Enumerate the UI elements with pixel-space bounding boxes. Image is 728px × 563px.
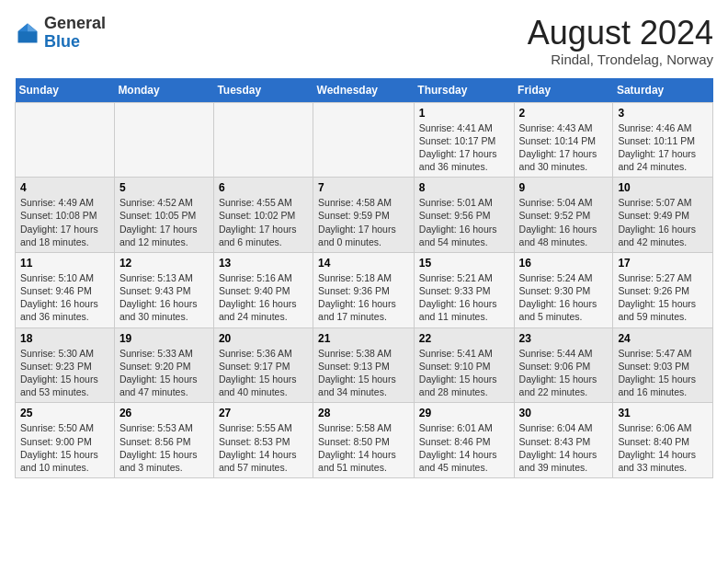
calendar-cell: 23Sunrise: 5:44 AMSunset: 9:06 PMDayligh… bbox=[514, 327, 613, 403]
day-info: Sunrise: 5:18 AMSunset: 9:36 PMDaylight:… bbox=[318, 271, 409, 324]
logo-blue-text: Blue bbox=[44, 33, 106, 52]
day-number: 7 bbox=[318, 181, 409, 194]
col-header-friday: Friday bbox=[514, 78, 613, 103]
day-info: Sunrise: 5:41 AMSunset: 9:10 PMDaylight:… bbox=[419, 347, 509, 399]
calendar-cell: 11Sunrise: 5:10 AMSunset: 9:46 PMDayligh… bbox=[16, 252, 115, 327]
logo-general-text: General bbox=[44, 15, 106, 33]
calendar-cell: 27Sunrise: 5:55 AMSunset: 8:53 PMDayligh… bbox=[213, 403, 313, 478]
day-number: 30 bbox=[519, 407, 609, 419]
day-info: Sunrise: 4:41 AMSunset: 10:17 PMDaylight… bbox=[419, 121, 509, 174]
day-info: Sunrise: 4:49 AMSunset: 10:08 PMDaylight… bbox=[20, 196, 109, 248]
day-info: Sunrise: 4:43 AMSunset: 10:14 PMDaylight… bbox=[519, 121, 609, 174]
day-number: 2 bbox=[519, 107, 609, 120]
calendar-cell: 6Sunrise: 4:55 AMSunset: 10:02 PMDayligh… bbox=[213, 178, 313, 253]
calendar-cell: 28Sunrise: 5:58 AMSunset: 8:50 PMDayligh… bbox=[313, 403, 415, 478]
logo-icon bbox=[15, 20, 40, 46]
day-number: 19 bbox=[119, 332, 209, 345]
day-number: 6 bbox=[219, 181, 308, 194]
col-header-wednesday: Wednesday bbox=[313, 78, 415, 103]
calendar-cell: 21Sunrise: 5:38 AMSunset: 9:13 PMDayligh… bbox=[313, 327, 415, 403]
day-number: 24 bbox=[618, 332, 708, 345]
col-header-thursday: Thursday bbox=[414, 78, 514, 103]
day-info: Sunrise: 6:06 AMSunset: 8:40 PMDaylight:… bbox=[618, 421, 708, 474]
calendar-cell: 10Sunrise: 5:07 AMSunset: 9:49 PMDayligh… bbox=[613, 178, 713, 253]
day-number: 3 bbox=[618, 107, 708, 120]
day-info: Sunrise: 6:01 AMSunset: 8:46 PMDaylight:… bbox=[419, 421, 509, 474]
calendar-cell: 13Sunrise: 5:16 AMSunset: 9:40 PMDayligh… bbox=[213, 252, 313, 327]
day-number: 15 bbox=[419, 257, 509, 270]
calendar-cell: 9Sunrise: 5:04 AMSunset: 9:52 PMDaylight… bbox=[514, 178, 613, 253]
day-number: 25 bbox=[20, 407, 109, 419]
calendar-cell: 29Sunrise: 6:01 AMSunset: 8:46 PMDayligh… bbox=[414, 403, 514, 478]
day-number: 9 bbox=[519, 181, 609, 194]
day-number: 23 bbox=[519, 332, 609, 345]
calendar-week-4: 18Sunrise: 5:30 AMSunset: 9:23 PMDayligh… bbox=[16, 327, 713, 403]
day-info: Sunrise: 5:47 AMSunset: 9:03 PMDaylight:… bbox=[618, 347, 708, 399]
day-info: Sunrise: 5:33 AMSunset: 9:20 PMDaylight:… bbox=[119, 347, 209, 399]
day-info: Sunrise: 5:30 AMSunset: 9:23 PMDaylight:… bbox=[20, 347, 109, 399]
calendar-cell: 12Sunrise: 5:13 AMSunset: 9:43 PMDayligh… bbox=[114, 252, 213, 327]
day-info: Sunrise: 6:04 AMSunset: 8:43 PMDaylight:… bbox=[519, 421, 609, 474]
day-info: Sunrise: 5:07 AMSunset: 9:49 PMDaylight:… bbox=[618, 196, 708, 248]
calendar-cell: 1Sunrise: 4:41 AMSunset: 10:17 PMDayligh… bbox=[414, 102, 514, 178]
col-header-tuesday: Tuesday bbox=[213, 78, 313, 103]
day-number: 21 bbox=[318, 332, 409, 345]
day-number: 27 bbox=[219, 407, 308, 419]
col-header-saturday: Saturday bbox=[613, 78, 713, 103]
page-header: General Blue August 2024 Rindal, Trondel… bbox=[15, 15, 713, 67]
day-number: 20 bbox=[219, 332, 308, 345]
calendar-cell: 18Sunrise: 5:30 AMSunset: 9:23 PMDayligh… bbox=[16, 327, 115, 403]
day-info: Sunrise: 4:55 AMSunset: 10:02 PMDaylight… bbox=[219, 196, 308, 248]
day-number: 17 bbox=[618, 257, 708, 270]
day-info: Sunrise: 5:16 AMSunset: 9:40 PMDaylight:… bbox=[219, 271, 308, 324]
calendar-week-3: 11Sunrise: 5:10 AMSunset: 9:46 PMDayligh… bbox=[16, 252, 713, 327]
calendar-cell: 16Sunrise: 5:24 AMSunset: 9:30 PMDayligh… bbox=[514, 252, 613, 327]
calendar-cell bbox=[213, 102, 313, 178]
calendar-cell: 17Sunrise: 5:27 AMSunset: 9:26 PMDayligh… bbox=[613, 252, 713, 327]
day-info: Sunrise: 5:13 AMSunset: 9:43 PMDaylight:… bbox=[119, 271, 209, 324]
day-number: 26 bbox=[119, 407, 209, 419]
day-number: 10 bbox=[618, 181, 708, 194]
day-info: Sunrise: 5:50 AMSunset: 9:00 PMDaylight:… bbox=[20, 421, 109, 474]
calendar-cell: 22Sunrise: 5:41 AMSunset: 9:10 PMDayligh… bbox=[414, 327, 514, 403]
calendar-cell: 19Sunrise: 5:33 AMSunset: 9:20 PMDayligh… bbox=[114, 327, 213, 403]
day-info: Sunrise: 5:10 AMSunset: 9:46 PMDaylight:… bbox=[20, 271, 109, 324]
day-info: Sunrise: 4:52 AMSunset: 10:05 PMDaylight… bbox=[119, 196, 209, 248]
day-info: Sunrise: 5:58 AMSunset: 8:50 PMDaylight:… bbox=[318, 421, 409, 474]
day-number: 13 bbox=[219, 257, 308, 270]
location-subtitle: Rindal, Trondelag, Norway bbox=[528, 52, 713, 67]
day-number: 8 bbox=[419, 181, 509, 194]
day-info: Sunrise: 5:04 AMSunset: 9:52 PMDaylight:… bbox=[519, 196, 609, 248]
day-info: Sunrise: 5:24 AMSunset: 9:30 PMDaylight:… bbox=[519, 271, 609, 324]
calendar-week-5: 25Sunrise: 5:50 AMSunset: 9:00 PMDayligh… bbox=[16, 403, 713, 478]
calendar-table: SundayMondayTuesdayWednesdayThursdayFrid… bbox=[15, 78, 713, 478]
calendar-cell: 26Sunrise: 5:53 AMSunset: 8:56 PMDayligh… bbox=[114, 403, 213, 478]
day-number: 11 bbox=[20, 257, 109, 270]
calendar-cell: 14Sunrise: 5:18 AMSunset: 9:36 PMDayligh… bbox=[313, 252, 415, 327]
calendar-cell: 30Sunrise: 6:04 AMSunset: 8:43 PMDayligh… bbox=[514, 403, 613, 478]
day-info: Sunrise: 5:01 AMSunset: 9:56 PMDaylight:… bbox=[419, 196, 509, 248]
calendar-cell: 24Sunrise: 5:47 AMSunset: 9:03 PMDayligh… bbox=[613, 327, 713, 403]
day-info: Sunrise: 5:53 AMSunset: 8:56 PMDaylight:… bbox=[119, 421, 209, 474]
svg-marker-2 bbox=[18, 23, 28, 31]
calendar-cell: 20Sunrise: 5:36 AMSunset: 9:17 PMDayligh… bbox=[213, 327, 313, 403]
day-number: 14 bbox=[318, 257, 409, 270]
col-header-sunday: Sunday bbox=[16, 78, 115, 103]
calendar-cell: 5Sunrise: 4:52 AMSunset: 10:05 PMDayligh… bbox=[114, 178, 213, 253]
col-header-monday: Monday bbox=[114, 78, 213, 103]
day-number: 22 bbox=[419, 332, 509, 345]
day-number: 31 bbox=[618, 407, 708, 419]
calendar-cell: 3Sunrise: 4:46 AMSunset: 10:11 PMDayligh… bbox=[613, 102, 713, 178]
day-number: 29 bbox=[419, 407, 509, 419]
title-block: August 2024 Rindal, Trondelag, Norway bbox=[528, 15, 713, 67]
month-year-title: August 2024 bbox=[528, 15, 713, 52]
logo: General Blue bbox=[15, 15, 106, 52]
day-info: Sunrise: 5:44 AMSunset: 9:06 PMDaylight:… bbox=[519, 347, 609, 399]
day-info: Sunrise: 5:21 AMSunset: 9:33 PMDaylight:… bbox=[419, 271, 509, 324]
day-info: Sunrise: 5:36 AMSunset: 9:17 PMDaylight:… bbox=[219, 347, 308, 399]
calendar-cell: 8Sunrise: 5:01 AMSunset: 9:56 PMDaylight… bbox=[414, 178, 514, 253]
day-number: 16 bbox=[519, 257, 609, 270]
calendar-cell: 31Sunrise: 6:06 AMSunset: 8:40 PMDayligh… bbox=[613, 403, 713, 478]
calendar-cell: 2Sunrise: 4:43 AMSunset: 10:14 PMDayligh… bbox=[514, 102, 613, 178]
calendar-cell bbox=[16, 102, 115, 178]
